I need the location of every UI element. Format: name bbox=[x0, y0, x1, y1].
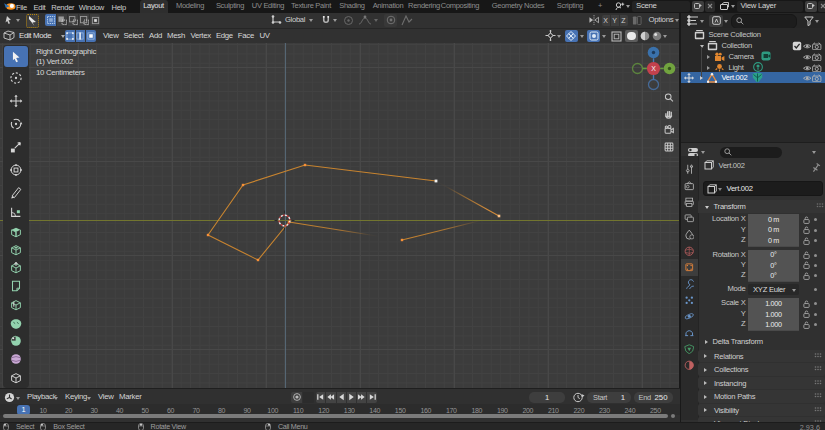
svg-text:Right Orthographic: Right Orthographic bbox=[36, 46, 96, 55]
svg-text:(1) Vert.002: (1) Vert.002 bbox=[36, 57, 73, 66]
svg-text:X: X bbox=[651, 65, 656, 72]
svg-text:10 Centimeters: 10 Centimeters bbox=[36, 67, 85, 76]
